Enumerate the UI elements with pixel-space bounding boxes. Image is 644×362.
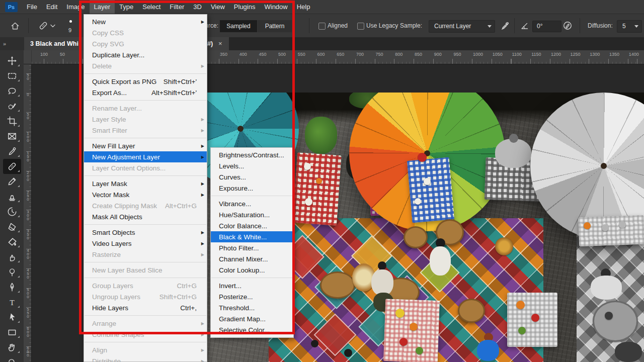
hand-tool[interactable] — [3, 340, 21, 355]
menu-item-new-fill-layer[interactable]: New Fill Layer▶ — [84, 140, 207, 151]
menu-item-distribute[interactable]: Distribute▶ — [84, 355, 207, 362]
pen-tool[interactable] — [3, 280, 21, 295]
ruler-label: 1050 — [493, 52, 503, 57]
menu-item-smart-filter[interactable]: Smart Filter▶ — [84, 125, 207, 136]
use-legacy-checkbox[interactable] — [357, 23, 364, 30]
menubar-item-edit[interactable]: Edit — [42, 0, 62, 14]
ruler-label: 500 — [278, 52, 286, 57]
menu-item-color-lookup[interactable]: Color Lookup... — [211, 264, 293, 276]
frame-tool[interactable] — [3, 129, 21, 144]
lasso-tool[interactable] — [3, 83, 21, 99]
panel-collapse-chevrons[interactable]: » — [0, 37, 24, 50]
menu-item-duplicate-layer[interactable]: Duplicate Layer... — [84, 49, 207, 60]
menu-item-exposure[interactable]: Exposure... — [211, 183, 293, 194]
photoshop-logo[interactable]: Ps — [5, 2, 18, 12]
object-selection-tool[interactable] — [3, 99, 21, 114]
smudge-tool[interactable] — [3, 249, 21, 264]
angle-input[interactable]: 0° — [532, 21, 561, 32]
menu-item-ungroup-layers[interactable]: Ungroup LayersShift+Ctrl+G — [84, 291, 207, 302]
tablet-pressure-icon[interactable] — [562, 21, 573, 31]
wicker-chair — [458, 299, 485, 323]
menubar-item-view[interactable]: View — [206, 0, 229, 14]
menu-item-delete[interactable]: Delete▶ — [84, 60, 207, 71]
brush-tool[interactable] — [3, 174, 21, 189]
menubar-item-file[interactable]: File — [22, 0, 42, 14]
menubar-item-filter[interactable]: Filter — [165, 0, 189, 14]
menu-item-color-balance[interactable]: Color Balance... — [211, 220, 293, 231]
menu-item-layer-mask[interactable]: Layer Mask▶ — [84, 178, 207, 189]
healing-brush-preset-icon[interactable] — [38, 21, 48, 31]
menu-item-posterize[interactable]: Posterize... — [211, 291, 293, 302]
menu-item-new[interactable]: New▶ — [84, 16, 207, 27]
marquee-tool[interactable] — [3, 68, 21, 83]
menu-item-arrange[interactable]: Arrange▶ — [84, 318, 207, 329]
menu-item-photo-filter[interactable]: Photo Filter... — [211, 242, 293, 253]
clone-stamp-tool[interactable] — [3, 189, 21, 204]
menu-item-curves[interactable]: Curves... — [211, 171, 293, 183]
menubar-item-layer[interactable]: Layer — [90, 0, 115, 14]
menu-item-create-clipping-mask[interactable]: Create Clipping MaskAlt+Ctrl+G — [84, 200, 207, 211]
menu-item-new-adjustment-layer[interactable]: New Adjustment Layer▶ — [84, 151, 207, 162]
menu-item-channel-mixer[interactable]: Channel Mixer... — [211, 253, 293, 264]
menu-item-group-layers[interactable]: Group LayersCtrl+G — [84, 280, 207, 291]
home-icon[interactable] — [10, 21, 20, 31]
menubar-item-image[interactable]: Image — [62, 0, 89, 14]
sample-dropdown[interactable]: Current Layer — [429, 20, 495, 33]
zoom-tool[interactable] — [3, 355, 21, 362]
menu-item-hide-layers[interactable]: Hide LayersCtrl+, — [84, 302, 207, 313]
menu-item-layer-style[interactable]: Layer Style▶ — [84, 114, 207, 125]
menu-item-video-layers[interactable]: Video Layers▶ — [84, 238, 207, 249]
menubar-item-help[interactable]: Help — [292, 0, 315, 14]
menu-item-label: Color Balance... — [219, 222, 267, 230]
menu-item-copy-css[interactable]: Copy CSS — [84, 27, 207, 38]
menu-item-quick-export-as-png[interactable]: Quick Export as PNGShift+Ctrl+' — [84, 76, 207, 87]
diffusion-dropdown[interactable]: 5 — [617, 20, 642, 33]
menu-item-layer-content-options[interactable]: Layer Content Options... — [84, 162, 207, 173]
menu-item-new-layer-based-slice[interactable]: New Layer Based Slice — [84, 264, 207, 276]
menu-item-smart-objects[interactable]: Smart Objects▶ — [84, 227, 207, 238]
menu-item-mask-all-objects[interactable]: Mask All Objects — [84, 211, 207, 222]
menu-item-rename-layer[interactable]: Rename Layer... — [84, 103, 207, 114]
menu-item-levels[interactable]: Levels... — [211, 160, 293, 171]
aligned-checkbox[interactable] — [318, 23, 326, 30]
move-tool[interactable] — [3, 53, 21, 68]
ignore-adjustment-layers-icon[interactable] — [500, 21, 510, 31]
menu-item-align[interactable]: Align▶ — [84, 344, 207, 355]
brush-preview-dot[interactable] — [69, 20, 72, 23]
bw-person — [495, 139, 531, 168]
menu-item-gradient-map[interactable]: Gradient Map... — [211, 313, 293, 324]
healing-brush-tool[interactable] — [3, 159, 21, 174]
history-brush-tool[interactable] — [3, 204, 21, 219]
eraser-tool[interactable] — [3, 219, 21, 234]
menu-item-black-white[interactable]: Black & White... — [211, 231, 293, 242]
menu-item-threshold[interactable]: Threshold... — [211, 302, 293, 313]
dodge-tool[interactable] — [3, 264, 21, 280]
tab-close-icon[interactable]: × — [218, 37, 222, 50]
menu-item-vibrance[interactable]: Vibrance... — [211, 198, 293, 209]
vertical-ruler[interactable]: 5005010015020025030035040045050055060065… — [24, 64, 32, 362]
menu-item-copy-svg[interactable]: Copy SVG — [84, 38, 207, 49]
menu-item-combine-shapes[interactable]: Combine Shapes▶ — [84, 329, 207, 340]
gradient-tool[interactable] — [3, 234, 21, 249]
menubar-item-type[interactable]: Type — [115, 0, 138, 14]
layer-menu: New▶Copy CSSCopy SVGDuplicate Layer...De… — [84, 14, 207, 362]
crop-tool[interactable] — [3, 114, 21, 129]
chevron-down-icon[interactable] — [50, 24, 55, 28]
menubar-item-plugins[interactable]: Plugins — [229, 0, 260, 14]
menu-item-export-as[interactable]: Export As...Alt+Shift+Ctrl+' — [84, 87, 207, 98]
menu-item-rasterize[interactable]: Rasterize▶ — [84, 249, 207, 260]
menu-item-vector-mask[interactable]: Vector Mask▶ — [84, 189, 207, 200]
menu-item-selective-color[interactable]: Selective Color... — [211, 324, 293, 335]
menubar-item-3d[interactable]: 3D — [189, 0, 206, 14]
menu-item-brightness-contrast[interactable]: Brightness/Contrast... — [211, 149, 293, 160]
source-sampled-button[interactable]: Sampled — [220, 20, 257, 32]
path-selection-tool[interactable] — [3, 310, 21, 325]
menubar-item-select[interactable]: Select — [138, 0, 165, 14]
menubar-item-window[interactable]: Window — [260, 0, 292, 14]
type-tool[interactable]: T — [3, 295, 21, 310]
menu-item-invert[interactable]: Invert... — [211, 280, 293, 291]
eyedropper-tool[interactable] — [3, 144, 21, 159]
rectangle-tool[interactable] — [3, 325, 21, 340]
source-pattern-button[interactable]: Pattern — [258, 20, 292, 32]
menu-item-hue-saturation[interactable]: Hue/Saturation... — [211, 209, 293, 220]
